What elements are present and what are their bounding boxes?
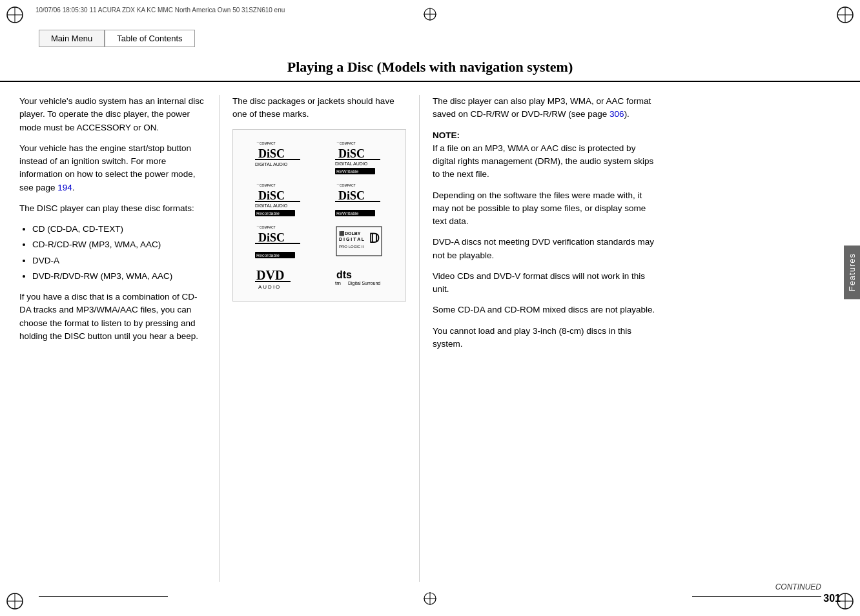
corner-marker-tl <box>5 5 25 25</box>
print-info: 10/07/06 18:05:30 11 ACURA ZDX KA KC MMC… <box>36 6 285 14</box>
middle-intro: The disc packages or jackets should have… <box>232 95 406 121</box>
svg-text:D I G I T A L: D I G I T A L <box>339 237 365 241</box>
continued-label: CONTINUED <box>775 582 821 591</box>
right-para2: DVD-A discs not meeting DVD verification… <box>433 236 659 262</box>
svg-text:AUDIO: AUDIO <box>258 284 281 290</box>
logo-compact-disc-recordable2: ⌒COMPACT DiSC Recordable <box>243 223 316 259</box>
svg-text:PRO LOGIC II: PRO LOGIC II <box>339 245 364 249</box>
page-title-area: Playing a Disc (Models with navigation s… <box>0 51 860 82</box>
svg-text:DiSC: DiSC <box>258 147 285 160</box>
link-306[interactable]: 306 <box>609 109 624 119</box>
svg-text:ReWritable: ReWritable <box>336 211 359 216</box>
right-para4: Some CD-DA and CD-ROM mixed discs are no… <box>433 303 659 316</box>
logo-compact-disc-rewritable: ⌒COMPACT DiSC ReWritable <box>323 181 396 217</box>
svg-text:⌒COMPACT: ⌒COMPACT <box>336 183 356 187</box>
disc-logos-box: ⌒COMPACT DiSC DIGITAL AUDIO ⌒COMPACT DiS… <box>232 129 406 302</box>
svg-text:⌒COMPACT: ⌒COMPACT <box>256 225 276 229</box>
svg-text:DiSC: DiSC <box>258 231 285 244</box>
svg-text:DiSC: DiSC <box>338 189 365 202</box>
svg-text:𝔻: 𝔻 <box>369 231 380 245</box>
right-para1: The disc player can also play MP3, WMA, … <box>433 95 659 121</box>
svg-text:DIGITAL AUDIO: DIGITAL AUDIO <box>335 161 368 166</box>
svg-text:⌒COMPACT: ⌒COMPACT <box>256 141 276 145</box>
col-left: Your vehicle's audio system has an inter… <box>19 95 220 582</box>
svg-text:Recordable: Recordable <box>256 211 280 216</box>
svg-text:Digital Surround: Digital Surround <box>348 281 380 286</box>
svg-text:DVD: DVD <box>256 268 284 282</box>
disc-formats-list: CD (CD-DA, CD-TEXT) CD-R/CD-RW (MP3, WMA… <box>32 223 206 283</box>
corner-marker-bl <box>5 591 25 611</box>
left-para3: The DISC player can play these disc form… <box>19 202 206 215</box>
svg-rect-17 <box>255 159 300 160</box>
list-item: DVD-A <box>32 254 206 267</box>
left-para4: If you have a disc that is a combination… <box>19 291 206 343</box>
table-of-contents-button[interactable]: Table of Contents <box>105 30 194 47</box>
svg-text:DIGITAL AUDIO: DIGITAL AUDIO <box>255 162 288 167</box>
right-para3: Video CDs and DVD-V format discs will no… <box>433 270 659 296</box>
svg-rect-21 <box>335 159 380 160</box>
main-content: Your vehicle's audio system has an inter… <box>0 82 860 595</box>
right-note: NOTE: If a file on an MP3, WMA or AAC di… <box>433 129 659 181</box>
page-number: 301 <box>823 593 841 604</box>
col-middle: The disc packages or jackets should have… <box>220 95 420 582</box>
svg-text:dts: dts <box>336 269 352 280</box>
crosshair-bottom-center <box>422 591 438 606</box>
left-para2: Your vehicle has the engine start/stop b… <box>19 142 206 194</box>
svg-text:ReWritable: ReWritable <box>336 169 359 174</box>
col-right: The disc player can also play MP3, WMA, … <box>420 95 659 582</box>
logo-compact-disc-digital-audio: ⌒COMPACT DiSC DIGITAL AUDIO <box>243 139 316 175</box>
logo-compact-disc-digital-audio-rewritable: ⌒COMPACT DiSC DIGITAL AUDIO ReWritable <box>323 139 396 175</box>
corner-marker-tr <box>835 5 855 25</box>
svg-rect-33 <box>335 201 380 202</box>
right-para5: You cannot load and play 3-inch (8-cm) d… <box>433 325 659 351</box>
svg-text:⌒COMPACT: ⌒COMPACT <box>256 183 276 187</box>
page-title: Playing a Disc (Models with navigation s… <box>287 59 573 75</box>
logo-dolby-digital: ⬛DOLBY D I G I T A L PRO LOGIC II 𝔻 <box>323 223 396 259</box>
crosshair-top-center <box>422 6 438 22</box>
list-item: CD (CD-DA, CD-TEXT) <box>32 223 206 236</box>
logo-dvd-audio: DVD AUDIO <box>243 265 316 291</box>
logo-compact-disc-recordable: ⌒COMPACT DiSC DIGITAL AUDIO Recordable <box>243 181 316 217</box>
svg-text:DiSC: DiSC <box>258 189 285 202</box>
link-194[interactable]: 194 <box>57 183 72 192</box>
svg-rect-27 <box>255 201 300 202</box>
logo-dts-digital-surround: dts tm Digital Surround <box>323 265 396 291</box>
bottom-line-right <box>692 596 821 597</box>
list-item: CD-R/CD-RW (MP3, WMA, AAC) <box>32 238 206 251</box>
svg-rect-38 <box>255 243 300 244</box>
main-menu-button[interactable]: Main Menu <box>39 30 105 47</box>
svg-text:⬛DOLBY: ⬛DOLBY <box>339 231 361 236</box>
features-sidebar-tab: Features <box>844 245 860 299</box>
note-label: NOTE: <box>433 130 460 140</box>
svg-text:Recordable: Recordable <box>256 253 280 258</box>
list-item: DVD-R/DVD-RW (MP3, WMA, AAC) <box>32 270 206 283</box>
svg-text:DiSC: DiSC <box>338 147 365 160</box>
svg-text:DIGITAL AUDIO: DIGITAL AUDIO <box>255 203 288 208</box>
bottom-line-left <box>39 596 168 597</box>
right-note-para2: Depending on the software the files were… <box>433 189 659 229</box>
left-para1: Your vehicle's audio system has an inter… <box>19 95 206 134</box>
svg-text:⌒COMPACT: ⌒COMPACT <box>336 141 356 145</box>
svg-rect-47 <box>255 281 291 282</box>
svg-text:tm: tm <box>335 280 341 286</box>
